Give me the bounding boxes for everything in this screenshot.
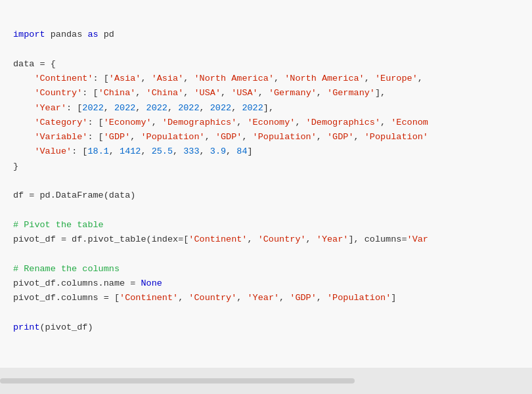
close-brace: }: [13, 162, 18, 171]
variable-line: 'Variable': ['GDP', 'Population', 'GDP',…: [13, 132, 428, 142]
data-assign: data = {: [13, 59, 56, 69]
print-line: print(pivot_df): [13, 322, 93, 332]
category-line: 'Category': ['Economy', 'Demographics', …: [13, 118, 428, 127]
rename-comment: # Rename the columns: [13, 264, 120, 274]
columns-assign-line: pivot_df.columns = ['Continent', 'Countr…: [13, 293, 396, 303]
continent-line: 'Continent': ['Asia', 'Asia', 'North Ame…: [13, 74, 423, 83]
year-line: 'Year': [2022, 2022, 2022, 2022, 2022, 2…: [13, 103, 274, 113]
import-line: import pandas as pd: [13, 30, 114, 39]
pivot-line: pivot_df = df.pivot_table(index=['Contin…: [13, 234, 428, 244]
code-content: import pandas as pd data = { 'Continent'…: [13, 13, 519, 349]
horizontal-scrollbar[interactable]: [0, 368, 532, 394]
columns-name-line: pivot_df.columns.name = None: [13, 278, 162, 288]
value-line: 'Value': [18.1, 1412, 25.5, 333, 3.9, 84…: [13, 146, 253, 156]
pivot-comment: # Pivot the table: [13, 220, 104, 230]
dataframe-line: df = pd.DataFrame(data): [13, 190, 135, 200]
code-editor: import pandas as pd data = { 'Continent'…: [0, 0, 532, 368]
country-line: 'Country': ['China', 'China', 'USA', 'US…: [13, 88, 386, 98]
scrollbar-track[interactable]: [0, 378, 355, 383]
